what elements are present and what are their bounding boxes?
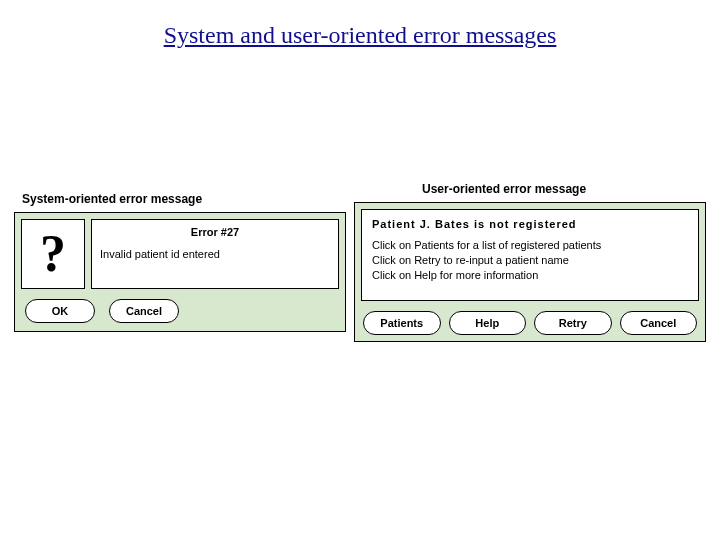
user-error-dialog: Patient J. Bates is not registered Click… bbox=[354, 202, 706, 342]
user-instruction-1: Click on Patients for a list of register… bbox=[372, 238, 688, 253]
system-error-title: Error #27 bbox=[100, 226, 330, 238]
user-caption: User-oriented error message bbox=[422, 182, 586, 196]
patients-button[interactable]: Patients bbox=[363, 311, 441, 335]
user-message-box: Patient J. Bates is not registered Click… bbox=[361, 209, 699, 301]
cancel-button[interactable]: Cancel bbox=[109, 299, 179, 323]
help-button[interactable]: Help bbox=[449, 311, 527, 335]
question-icon: ? bbox=[21, 219, 85, 289]
ok-button[interactable]: OK bbox=[25, 299, 95, 323]
system-error-body: Invalid patient id entered bbox=[100, 248, 330, 260]
cancel-button[interactable]: Cancel bbox=[620, 311, 698, 335]
question-mark-glyph: ? bbox=[40, 228, 66, 280]
system-caption: System-oriented error message bbox=[22, 192, 202, 206]
page-title: System and user-oriented error messages bbox=[0, 0, 720, 49]
system-message-box: Error #27 Invalid patient id entered bbox=[91, 219, 339, 289]
user-instruction-2: Click on Retry to re-input a patient nam… bbox=[372, 253, 688, 268]
user-error-heading: Patient J. Bates is not registered bbox=[372, 218, 688, 230]
retry-button[interactable]: Retry bbox=[534, 311, 612, 335]
system-error-dialog: ? Error #27 Invalid patient id entered O… bbox=[14, 212, 346, 332]
user-instruction-3: Click on Help for more information bbox=[372, 268, 688, 283]
